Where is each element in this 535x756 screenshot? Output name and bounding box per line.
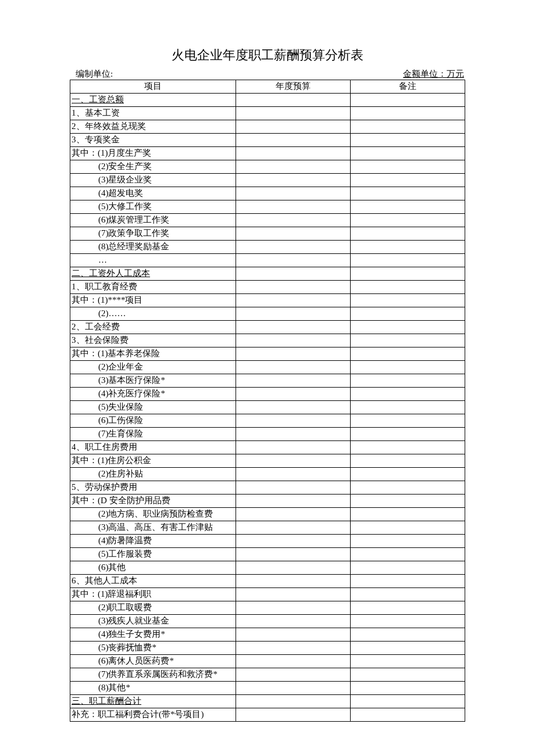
notes-cell: [351, 134, 465, 147]
notes-cell: [351, 227, 465, 241]
table-row: (5)失业保险: [70, 401, 465, 414]
budget-cell: [236, 454, 351, 468]
item-cell: 一、工资总额: [70, 94, 236, 107]
budget-cell: [236, 668, 351, 682]
item-cell: …: [70, 254, 236, 267]
item-cell: 2、年终效益兑现奖: [70, 120, 236, 134]
item-cell: 二、工资外人工成本: [70, 267, 236, 281]
budget-cell: [236, 414, 351, 428]
notes-cell: [351, 441, 465, 454]
item-cell: 3、专项奖金: [70, 134, 236, 147]
col-header-budget: 年度预算: [236, 80, 351, 94]
col-header-notes: 备注: [351, 80, 465, 94]
table-row: 三、职工薪酬合计: [70, 695, 465, 708]
budget-table: 项目 年度预算 备注 一、工资总额1、基本工资2、年终效益兑现奖3、专项奖金其中…: [70, 80, 465, 722]
table-row: (4)超发电奖: [70, 187, 465, 200]
table-row: (4)独生子女费用*: [70, 628, 465, 642]
notes-cell: [351, 187, 465, 200]
budget-cell: [236, 481, 351, 495]
table-row: 补充：职工福利费合计(带*号项目): [70, 708, 465, 722]
table-row: (6)工伤保险: [70, 414, 465, 428]
budget-cell: [236, 441, 351, 454]
table-row: 其中：(1)辞退福利职: [70, 588, 465, 601]
table-row: (4)防暑降温费: [70, 535, 465, 548]
table-header-row: 项目 年度预算 备注: [70, 80, 465, 94]
notes-cell: [351, 508, 465, 521]
notes-cell: [351, 468, 465, 481]
budget-cell: [236, 107, 351, 120]
notes-cell: [351, 575, 465, 588]
table-row: 5、劳动保护费用: [70, 481, 465, 495]
budget-cell: [236, 428, 351, 441]
table-row: (6)其他: [70, 561, 465, 575]
item-cell: 5、劳动保护费用: [70, 481, 236, 495]
budget-cell: [236, 294, 351, 307]
notes-cell: [351, 708, 465, 722]
budget-cell: [236, 321, 351, 334]
item-cell: (5)工作服装费: [70, 548, 236, 561]
item-cell: (3)星级企业奖: [70, 174, 236, 187]
table-row: 一、工资总额: [70, 94, 465, 107]
notes-cell: [351, 401, 465, 414]
budget-cell: [236, 695, 351, 708]
notes-cell: [351, 481, 465, 495]
table-row: 1、基本工资: [70, 107, 465, 120]
item-cell: 6、其他人工成本: [70, 575, 236, 588]
table-row: 2、工会经费: [70, 321, 465, 334]
table-row: (3)高温、高压、有害工作津贴: [70, 521, 465, 535]
budget-cell: [236, 561, 351, 575]
notes-cell: [351, 241, 465, 254]
item-cell: (2)职工取暖费: [70, 601, 236, 615]
table-row: (5)大修工作奖: [70, 200, 465, 214]
budget-cell: [236, 575, 351, 588]
notes-cell: [351, 281, 465, 294]
table-row: (2)地方病、职业病预防检查费: [70, 508, 465, 521]
notes-cell: [351, 361, 465, 374]
item-cell: (3)基本医疗保险*: [70, 374, 236, 388]
budget-cell: [236, 401, 351, 414]
table-row: (5)丧葬抚恤费*: [70, 642, 465, 655]
budget-cell: [236, 495, 351, 508]
table-row: (2)……: [70, 307, 465, 321]
budget-cell: [236, 227, 351, 241]
budget-cell: [236, 615, 351, 628]
notes-cell: [351, 588, 465, 601]
table-row: (3)基本医疗保险*: [70, 374, 465, 388]
notes-cell: [351, 414, 465, 428]
table-row: (2)安全生产奖: [70, 160, 465, 174]
org-label: 编制单位:: [76, 69, 113, 80]
table-row: (7)政策争取工作奖: [70, 227, 465, 241]
budget-cell: [236, 120, 351, 134]
budget-cell: [236, 241, 351, 254]
budget-cell: [236, 281, 351, 294]
item-cell: 其中：(1)月度生产奖: [70, 147, 236, 160]
budget-cell: [236, 94, 351, 107]
table-body: 一、工资总额1、基本工资2、年终效益兑现奖3、专项奖金其中：(1)月度生产奖(2…: [70, 94, 465, 722]
notes-cell: [351, 120, 465, 134]
notes-cell: [351, 682, 465, 695]
item-cell: (5)大修工作奖: [70, 200, 236, 214]
item-cell: (8)总经理奖励基金: [70, 241, 236, 254]
budget-cell: [236, 628, 351, 642]
budget-cell: [236, 200, 351, 214]
meta-row: 编制单位: 金额单位：万元: [70, 69, 465, 80]
table-row: (8)其他*: [70, 682, 465, 695]
table-row: 4、职工住房费用: [70, 441, 465, 454]
budget-cell: [236, 374, 351, 388]
table-row: 其中：(1)****项目: [70, 294, 465, 307]
budget-cell: [236, 160, 351, 174]
col-header-item: 项目: [70, 80, 236, 94]
item-cell: (4)防暑降温费: [70, 535, 236, 548]
table-row: (6)离休人员医药费*: [70, 655, 465, 668]
notes-cell: [351, 495, 465, 508]
item-cell: (6)煤炭管理工作奖: [70, 214, 236, 227]
notes-cell: [351, 254, 465, 267]
notes-cell: [351, 94, 465, 107]
notes-cell: [351, 454, 465, 468]
item-cell: (2)住房补贴: [70, 468, 236, 481]
notes-cell: [351, 642, 465, 655]
item-cell: 4、职工住房费用: [70, 441, 236, 454]
notes-cell: [351, 548, 465, 561]
unit-label: 金额单位：万元: [403, 69, 464, 80]
notes-cell: [351, 695, 465, 708]
